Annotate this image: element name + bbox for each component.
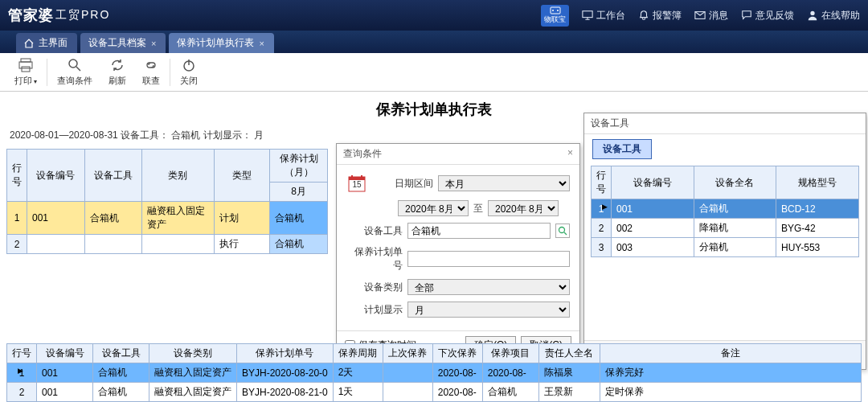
svg-point-1 [552,10,554,11]
svg-point-2 [557,10,559,11]
svg-rect-3 [583,11,592,18]
col-rownum[interactable]: 行号 [592,166,612,199]
col-name[interactable]: 设备全名 [694,166,776,199]
svg-point-14 [559,228,565,233]
col-device-tool[interactable]: 设备工具 [84,150,142,202]
col-spec[interactable]: 规格型号 [776,166,859,199]
nav-message[interactable]: 消息 [694,9,728,23]
col-rownum[interactable]: 行号 [7,344,37,363]
plan-no-label: 保养计划单号 [346,245,403,273]
table-row[interactable]: 3003分箱机HUY-553 [592,238,859,257]
power-icon [181,57,197,73]
speech-icon [741,10,752,21]
col-item[interactable]: 保养项目 [482,344,538,363]
col-type[interactable]: 类型 [214,150,270,202]
home-icon [24,39,34,48]
table-row[interactable]: 2002降箱机BYG-42 [592,219,859,238]
print-button[interactable]: 打印▾ [6,54,45,90]
refresh-button[interactable]: 刷新 [100,54,134,90]
nav-alarm[interactable]: 报警簿 [638,9,682,23]
tab-maintenance-plan[interactable]: 保养计划单执行表 × [169,33,273,53]
svg-rect-0 [551,7,560,14]
nav-workbench[interactable]: 工作台 [582,9,625,23]
query-dialog: 查询条件 × 15 日期区间 本月 2020年 8月 1日 至 2020年 8月… [336,143,580,360]
display-select[interactable]: 月 [407,302,570,318]
svg-rect-8 [22,67,30,72]
query-button[interactable]: 查询条件 [49,54,100,90]
nav-help[interactable]: 在线帮助 [807,9,860,23]
tab-bar: 主界面 设备工具档案 × 保养计划单执行表 × [0,31,868,53]
logo-sub: 工贸PRO [55,8,110,23]
close-icon[interactable]: × [259,39,264,48]
col-plan[interactable]: 保养计划单号 [237,344,334,363]
top-nav: 物联宝 工作台 报警簿 消息 意见反馈 在线帮助 [541,5,860,27]
search-icon [67,57,83,73]
bell-icon [638,10,649,21]
dialog-titlebar[interactable]: 查询条件 × [337,144,579,165]
calendar-icon: 15 [346,173,367,194]
category-select[interactable]: 全部 [407,279,570,295]
toolbar-separator [47,59,47,86]
col-rownum[interactable]: 行号 [7,150,27,202]
device-tool-popup: 设备工具 设备工具 行号 设备编号 设备全名 规格型号 1▶001合箱机BCD-… [583,113,866,370]
col-code[interactable]: 设备编号 [612,166,694,199]
display-label: 计划显示 [346,303,403,317]
tool-lookup-button[interactable] [555,224,570,238]
col-last[interactable]: 上次保养 [383,344,432,363]
close-button[interactable]: 关闭 [172,54,206,90]
col-person[interactable]: 责任人全名 [538,344,600,363]
iot-badge[interactable]: 物联宝 [541,5,569,27]
svg-point-5 [810,11,814,15]
table-row[interactable]: 1▶001合箱机融资租入固定资产BYJH-2020-08-20-02天2020-… [7,363,862,383]
col-month-sub[interactable]: 8月 [270,183,328,202]
nav-feedback[interactable]: 意见反馈 [741,9,794,23]
date-range-label: 日期区间 [377,177,433,191]
col-note[interactable]: 备注 [600,344,861,363]
date-from-input[interactable]: 2020年 8月 1日 [398,200,469,216]
svg-rect-6 [21,59,31,62]
plan-no-input[interactable] [407,251,570,267]
category-label: 设备类别 [346,281,403,294]
toolbar: 打印▾ 查询条件 刷新 联查 关闭 [0,53,868,92]
tab-device-archive[interactable]: 设备工具档案 × [80,33,166,53]
close-icon[interactable]: × [567,147,573,161]
tool-input[interactable] [407,223,551,239]
monitor-icon [582,10,593,21]
svg-text:15: 15 [352,180,362,189]
col-plan-month[interactable]: 保养计划（月） [270,150,328,183]
lower-grid: 行号 设备编号 设备工具 设备类别 保养计划单号 保养周期 上次保养 下次保养 … [6,343,862,402]
envelope-icon [694,10,706,21]
col-cat[interactable]: 设备类别 [149,344,237,363]
popup-tab[interactable]: 设备工具 [592,139,652,159]
col-category[interactable]: 类别 [142,150,214,202]
app-header: 管家婆 工贸PRO 物联宝 工作台 报警簿 消息 意见反馈 在线帮助 [0,0,868,31]
svg-rect-7 [19,62,32,68]
person-icon [807,10,818,21]
logo-main: 管家婆 [8,6,54,25]
toolbar-separator [170,59,170,86]
tool-label: 设备工具 [346,224,403,238]
svg-point-9 [69,59,77,68]
printer-icon [18,57,34,73]
col-cycle[interactable]: 保养周期 [333,344,383,363]
close-icon[interactable]: × [151,39,156,48]
table-row[interactable]: 2 执行 合箱机 [7,235,328,254]
link-icon [143,57,159,73]
col-device-code[interactable]: 设备编号 [27,150,85,202]
col-tool[interactable]: 设备工具 [93,344,149,363]
table-row[interactable]: 2001合箱机融资租入固定资产BYJH-2020-08-21-01天2020-0… [7,383,862,402]
table-row[interactable]: 1 001 合箱机 融资租入固定资产 计划 合箱机 [7,202,328,235]
search-icon [558,226,567,236]
col-next[interactable]: 下次保养 [432,344,482,363]
table-row[interactable]: 1▶001合箱机BCD-12 [592,199,859,219]
popup-title[interactable]: 设备工具 [584,113,866,134]
date-to-input[interactable]: 2020年 8月31日 [488,200,559,216]
refresh-icon [109,57,125,73]
date-preset-select[interactable]: 本月 [438,175,570,191]
tab-home[interactable]: 主界面 [16,33,77,53]
col-code[interactable]: 设备编号 [37,344,93,363]
link-query-button[interactable]: 联查 [134,54,168,90]
